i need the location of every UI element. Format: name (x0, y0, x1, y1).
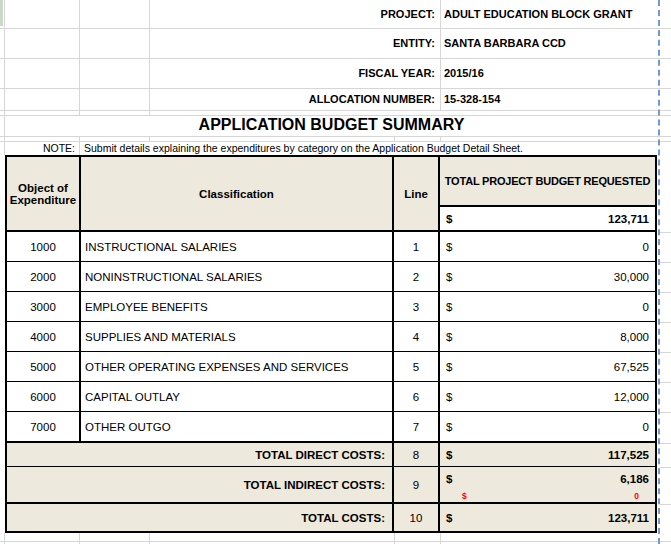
currency-symbol: $ (440, 213, 452, 225)
cell-classification[interactable]: NONINSTRUCTIONAL SALARIES (81, 262, 394, 291)
gridline (660, 292, 671, 293)
gridline (660, 382, 671, 383)
cell-object-code[interactable]: 3000 (7, 292, 81, 321)
allocation-number-label[interactable]: ALLOCATION NUMBER: (0, 88, 435, 110)
project-value[interactable]: ADULT EDUCATION BLOCK GRANT (444, 0, 632, 28)
cell-amount[interactable]: $ 123,711 (440, 504, 655, 531)
currency-symbol: $ (440, 241, 452, 253)
cell-amount[interactable]: $ 117,525 (440, 443, 655, 466)
entity-label[interactable]: ENTITY: (0, 28, 435, 58)
cell-amount[interactable]: $ 0 (440, 412, 655, 441)
cell-amount[interactable]: $ 67,525 (440, 352, 655, 381)
cell-line-number[interactable]: 2 (394, 262, 440, 291)
allocation-number-value[interactable]: 15-328-154 (444, 88, 500, 110)
cell-classification[interactable]: EMPLOYEE BENEFITS (81, 292, 394, 321)
note-text[interactable]: Submit details explaining the expenditur… (84, 141, 523, 155)
total-direct-costs-label[interactable]: TOTAL DIRECT COSTS: (7, 443, 394, 466)
gridline (660, 352, 671, 353)
currency-symbol: $ (440, 361, 452, 373)
table-row-6000: 6000 CAPITAL OUTLAY 6 $ 12,000 (7, 382, 655, 412)
table-row-4000: 4000 SUPPLIES AND MATERIALS 4 $ 8,000 (7, 322, 655, 352)
total-indirect-costs-label[interactable]: TOTAL INDIRECT COSTS: (7, 467, 394, 502)
header-line[interactable]: Line (394, 157, 440, 230)
amount-value: 67,525 (614, 361, 655, 373)
header-budget-title[interactable]: TOTAL PROJECT BUDGET REQUESTED (440, 157, 655, 207)
note-row: NOTE: Submit details explaining the expe… (0, 141, 671, 155)
table-row-3000: 3000 EMPLOYEE BENEFITS 3 $ 0 (7, 292, 655, 322)
cell-classification[interactable]: OTHER OUTGO (81, 412, 394, 441)
gridline (0, 110, 671, 111)
amount-value: 0 (643, 421, 655, 433)
cell-amount[interactable]: $ 0 (440, 232, 655, 261)
gridline (0, 541, 671, 542)
table-row-5000: 5000 OTHER OPERATING EXPENSES AND SERVIC… (7, 352, 655, 382)
gridline (660, 322, 671, 323)
amount-value: 12,000 (614, 391, 655, 403)
form-row-project: PROJECT: ADULT EDUCATION BLOCK GRANT (0, 0, 671, 28)
currency-symbol: $ (440, 301, 452, 313)
page-title: APPLICATION BUDGET SUMMARY (5, 114, 658, 136)
amount-value: 0 (643, 301, 655, 313)
cell-object-code[interactable]: 4000 (7, 322, 81, 351)
cell-object-code[interactable]: 6000 (7, 382, 81, 411)
cell-classification[interactable]: INSTRUCTIONAL SALARIES (81, 232, 394, 261)
cell-amount[interactable]: $ 12,000 (440, 382, 655, 411)
header-classification[interactable]: Classification (81, 157, 394, 230)
gridline (660, 504, 671, 505)
entity-value[interactable]: SANTA BARBARA CCD (444, 28, 566, 58)
project-label[interactable]: PROJECT: (0, 0, 435, 28)
gridline (660, 262, 671, 263)
cell-line-number[interactable]: 5 (394, 352, 440, 381)
gridline (79, 533, 80, 544)
budget-summary-table: Object of Expenditure Classification Lin… (5, 155, 657, 533)
gridline (660, 412, 671, 413)
currency-symbol: $ (440, 331, 452, 343)
amount-value: 30,000 (614, 271, 655, 283)
gridline (660, 232, 671, 233)
total-costs-row: TOTAL COSTS: 10 $ 123,711 (7, 504, 655, 531)
total-costs-label[interactable]: TOTAL COSTS: (7, 504, 394, 531)
cell-object-code[interactable]: 1000 (7, 232, 81, 261)
indirect-amount-override: $ 0 (440, 489, 655, 502)
cell-line-number[interactable]: 7 (394, 412, 440, 441)
cell-classification[interactable]: OTHER OPERATING EXPENSES AND SERVICES (81, 352, 394, 381)
cell-classification[interactable]: CAPITAL OUTLAY (81, 382, 394, 411)
form-row-allocation-number: ALLOCATION NUMBER: 15-328-154 (0, 88, 671, 110)
cell-line-number[interactable]: 8 (394, 443, 440, 466)
cell-object-code[interactable]: 5000 (7, 352, 81, 381)
fiscal-year-value[interactable]: 2015/16 (444, 58, 484, 88)
cell-object-code[interactable]: 7000 (7, 412, 81, 441)
cell-line-number[interactable]: 10 (394, 504, 440, 531)
cell-line-number[interactable]: 4 (394, 322, 440, 351)
currency-symbol: $ (440, 449, 452, 461)
fiscal-year-label[interactable]: FISCAL YEAR: (0, 58, 435, 88)
table-row-2000: 2000 NONINSTRUCTIONAL SALARIES 2 $ 30,00… (7, 262, 655, 292)
currency-symbol: $ (440, 391, 452, 403)
amount-value: 6,186 (620, 473, 655, 485)
gridline (0, 136, 671, 137)
spreadsheet: PROJECT: ADULT EDUCATION BLOCK GRANT ENT… (0, 0, 671, 544)
cell-amount[interactable]: $ 0 (440, 292, 655, 321)
table-row-1000: 1000 INSTRUCTIONAL SALARIES 1 $ 0 (7, 232, 655, 262)
cell-line-number[interactable]: 9 (394, 467, 440, 502)
total-direct-costs-row: TOTAL DIRECT COSTS: 8 $ 117,525 (7, 443, 655, 467)
amount-value: 8,000 (620, 331, 655, 343)
gridline (394, 533, 395, 544)
cell-object-code[interactable]: 2000 (7, 262, 81, 291)
header-budget-total[interactable]: $ 123,711 (440, 207, 655, 230)
amount-value: 0 (643, 241, 655, 253)
override-amount-value: 0 (634, 491, 639, 501)
override-currency-symbol: $ (462, 491, 467, 501)
cell-amount[interactable]: $ 6,186 $ 0 (440, 467, 655, 502)
total-indirect-costs-row: TOTAL INDIRECT COSTS: 9 $ 6,186 $ 0 (7, 467, 655, 504)
currency-symbol: $ (440, 512, 452, 524)
cell-classification[interactable]: SUPPLIES AND MATERIALS (81, 322, 394, 351)
page-break-line (658, 0, 660, 544)
cell-line-number[interactable]: 3 (394, 292, 440, 321)
cell-line-number[interactable]: 6 (394, 382, 440, 411)
header-object-of-expenditure[interactable]: Object of Expenditure (7, 157, 81, 230)
cell-amount[interactable]: $ 30,000 (440, 262, 655, 291)
cell-amount[interactable]: $ 8,000 (440, 322, 655, 351)
cell-line-number[interactable]: 1 (394, 232, 440, 261)
note-label[interactable]: NOTE: (0, 141, 75, 155)
